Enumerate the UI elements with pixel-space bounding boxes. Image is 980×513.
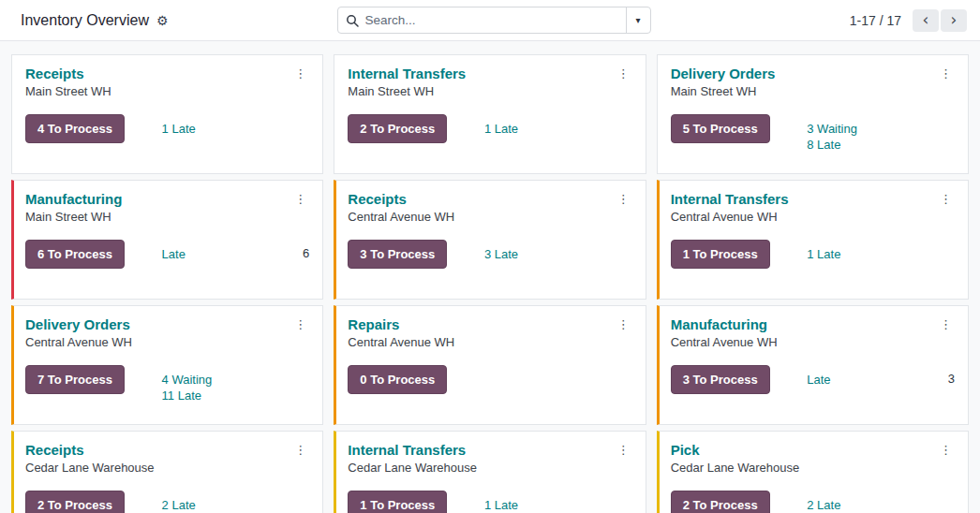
search-input[interactable] bbox=[365, 13, 618, 27]
status-link[interactable]: 4 Waiting bbox=[162, 372, 275, 388]
kanban-card: Delivery Orders Central Avenue WH ⋮ 7 To… bbox=[11, 305, 323, 425]
card-warehouse-label: Main Street WH bbox=[348, 84, 466, 98]
status-link[interactable]: 2 Late bbox=[807, 497, 920, 513]
to-process-button[interactable]: 1 To Process bbox=[671, 240, 770, 269]
card-warehouse-label: Central Avenue WH bbox=[671, 210, 789, 224]
kebab-menu-icon[interactable]: ⋮ bbox=[937, 442, 955, 458]
status-links: 1 Late bbox=[807, 240, 920, 262]
kebab-menu-icon[interactable]: ⋮ bbox=[937, 191, 955, 207]
search-dropdown-toggle[interactable]: ▾ bbox=[626, 7, 650, 33]
late-count bbox=[598, 114, 631, 121]
card-title-link[interactable]: Receipts bbox=[25, 66, 84, 81]
to-process-button[interactable]: 3 To Process bbox=[671, 365, 770, 394]
chevron-right-icon: › bbox=[951, 12, 958, 28]
status-links bbox=[484, 365, 598, 372]
card-warehouse-label: Main Street WH bbox=[25, 84, 111, 98]
status-link[interactable]: 2 Late bbox=[162, 497, 275, 513]
to-process-button[interactable]: 4 To Process bbox=[25, 114, 125, 143]
card-title-link[interactable]: Manufacturing bbox=[25, 191, 122, 207]
caret-down-icon: ▾ bbox=[635, 15, 640, 25]
kebab-menu-icon[interactable]: ⋮ bbox=[291, 66, 309, 81]
kanban-card: Internal Transfers Main Street WH ⋮ 2 To… bbox=[334, 54, 646, 174]
card-warehouse-label: Central Avenue WH bbox=[671, 335, 778, 349]
status-links: 3 Late bbox=[484, 240, 598, 262]
status-links: 1 Late bbox=[484, 491, 598, 513]
pager-next-button[interactable]: › bbox=[941, 9, 967, 32]
status-link[interactable]: 1 Late bbox=[807, 246, 920, 262]
late-count bbox=[275, 365, 309, 372]
chevron-left-icon: ‹ bbox=[923, 12, 929, 28]
late-count bbox=[275, 114, 309, 121]
status-link[interactable]: 1 Late bbox=[484, 121, 598, 137]
card-title-link[interactable]: Receipts bbox=[25, 442, 84, 458]
status-links: Late bbox=[162, 240, 275, 262]
kanban-card: Delivery Orders Main Street WH ⋮ 5 To Pr… bbox=[657, 54, 969, 174]
kebab-menu-icon[interactable]: ⋮ bbox=[615, 66, 632, 81]
kebab-menu-icon[interactable]: ⋮ bbox=[937, 316, 955, 332]
card-title-link[interactable]: Pick bbox=[671, 442, 700, 458]
card-warehouse-label: Cedar Lane Warehouse bbox=[25, 461, 155, 475]
late-count bbox=[598, 365, 631, 372]
to-process-button[interactable]: 2 To Process bbox=[348, 114, 447, 143]
late-count bbox=[598, 491, 631, 497]
status-links: 2 Late bbox=[162, 491, 275, 513]
card-warehouse-label: Central Avenue WH bbox=[348, 210, 454, 224]
kanban-card: Pick Cedar Lane Warehouse ⋮ 2 To Process… bbox=[657, 431, 969, 513]
to-process-button[interactable]: 1 To Process bbox=[348, 491, 447, 513]
card-title-link[interactable]: Delivery Orders bbox=[671, 66, 776, 81]
gear-icon[interactable]: ⚙ bbox=[156, 14, 169, 27]
card-title-link[interactable]: Manufacturing bbox=[671, 316, 767, 332]
search-box: ▾ bbox=[337, 7, 651, 34]
card-warehouse-label: Main Street WH bbox=[25, 210, 122, 224]
card-title-link[interactable]: Repairs bbox=[348, 316, 399, 332]
late-count: 6 bbox=[275, 240, 309, 260]
top-bar: Inventory Overview ⚙ ▾ 1-17 / 17 ‹ › bbox=[0, 0, 980, 41]
card-title-link[interactable]: Internal Transfers bbox=[348, 66, 466, 81]
kebab-menu-icon[interactable]: ⋮ bbox=[615, 316, 632, 332]
card-warehouse-label: Central Avenue WH bbox=[25, 335, 132, 349]
kanban-card: Receipts Cedar Lane Warehouse ⋮ 2 To Pro… bbox=[11, 431, 323, 513]
card-warehouse-label: Cedar Lane Warehouse bbox=[348, 461, 477, 475]
late-count bbox=[921, 491, 955, 497]
card-title-link[interactable]: Internal Transfers bbox=[348, 442, 466, 458]
status-link[interactable]: 1 Late bbox=[484, 497, 598, 513]
status-link[interactable]: Late bbox=[162, 246, 275, 262]
status-links: 4 Waiting11 Late bbox=[162, 365, 275, 403]
card-warehouse-label: Central Avenue WH bbox=[348, 335, 454, 349]
status-links: 3 Waiting8 Late bbox=[807, 114, 920, 153]
to-process-button[interactable]: 5 To Process bbox=[671, 114, 770, 143]
late-count bbox=[921, 114, 955, 121]
search-icon bbox=[346, 14, 359, 27]
pager-previous-button[interactable]: ‹ bbox=[913, 9, 939, 32]
card-title-link[interactable]: Delivery Orders bbox=[25, 316, 130, 332]
kebab-menu-icon[interactable]: ⋮ bbox=[291, 442, 309, 458]
to-process-button[interactable]: 6 To Process bbox=[25, 240, 125, 269]
status-link[interactable]: 1 Late bbox=[162, 121, 275, 137]
pager-range: 1-17 / 17 bbox=[850, 13, 901, 28]
late-count bbox=[275, 491, 309, 497]
status-link[interactable]: 3 Waiting bbox=[807, 121, 920, 137]
to-process-button[interactable]: 2 To Process bbox=[25, 491, 125, 513]
card-warehouse-label: Main Street WH bbox=[671, 84, 776, 98]
card-title-link[interactable]: Internal Transfers bbox=[671, 191, 789, 207]
status-links: 2 Late bbox=[807, 491, 920, 513]
card-title-link[interactable]: Receipts bbox=[348, 191, 407, 207]
to-process-button[interactable]: 3 To Process bbox=[348, 240, 447, 269]
kebab-menu-icon[interactable]: ⋮ bbox=[937, 66, 955, 81]
kebab-menu-icon[interactable]: ⋮ bbox=[291, 191, 309, 207]
page-title: Inventory Overview bbox=[21, 12, 149, 29]
kebab-menu-icon[interactable]: ⋮ bbox=[291, 316, 309, 332]
kanban-card: Manufacturing Main Street WH ⋮ 6 To Proc… bbox=[11, 180, 323, 300]
to-process-button[interactable]: 2 To Process bbox=[671, 491, 770, 513]
status-link[interactable]: 3 Late bbox=[484, 246, 598, 262]
card-warehouse-label: Cedar Lane Warehouse bbox=[671, 461, 800, 475]
to-process-button[interactable]: 0 To Process bbox=[348, 365, 447, 394]
kebab-menu-icon[interactable]: ⋮ bbox=[615, 191, 632, 207]
status-link[interactable]: 11 Late bbox=[162, 388, 275, 403]
late-count bbox=[921, 240, 955, 246]
status-link[interactable]: 8 Late bbox=[807, 137, 920, 153]
kebab-menu-icon[interactable]: ⋮ bbox=[615, 442, 632, 458]
status-link[interactable]: Late bbox=[807, 372, 920, 388]
to-process-button[interactable]: 7 To Process bbox=[25, 365, 125, 394]
kanban-grid: Receipts Main Street WH ⋮ 4 To Process 1… bbox=[0, 41, 980, 513]
